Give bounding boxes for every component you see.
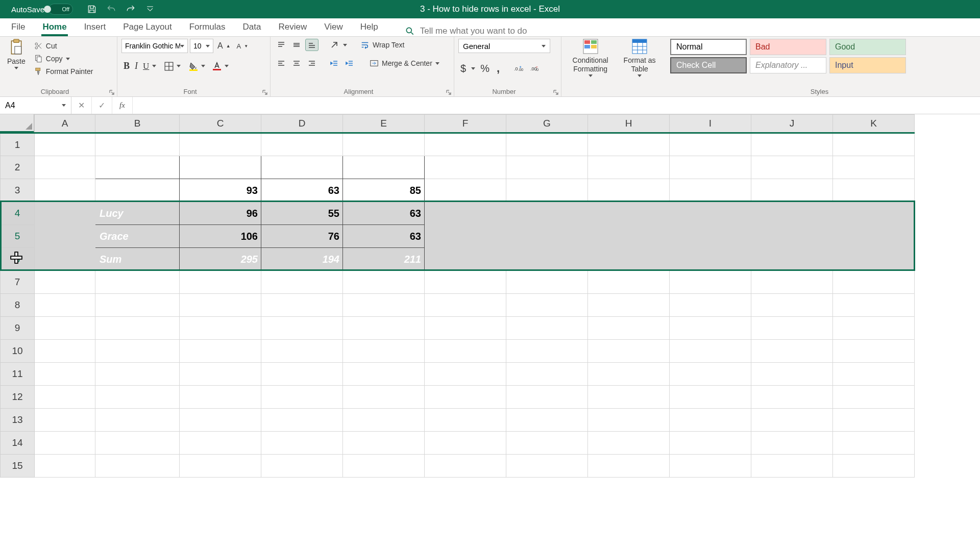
cell-style-good[interactable]: Good (829, 39, 906, 55)
cell[interactable]: 55 (261, 202, 343, 225)
cell[interactable] (670, 363, 751, 386)
align-middle-icon[interactable] (290, 39, 303, 51)
row-header[interactable]: 9 (1, 317, 35, 340)
row-header[interactable]: 1 (1, 133, 35, 156)
cell[interactable] (95, 133, 180, 156)
cell[interactable] (343, 133, 425, 156)
cell[interactable] (425, 317, 506, 340)
spreadsheet-grid[interactable]: ABCDEFGHIJK12JanuaryFebruaryMarch3John93… (0, 114, 980, 478)
enter-formula-icon[interactable]: ✓ (92, 97, 112, 114)
cell[interactable] (95, 294, 180, 317)
cell[interactable] (506, 340, 588, 363)
cell[interactable] (261, 317, 343, 340)
orientation-icon[interactable] (328, 39, 341, 51)
cell[interactable] (180, 432, 261, 455)
cell[interactable] (833, 455, 915, 478)
chevron-down-icon[interactable] (343, 44, 347, 46)
select-all-corner[interactable] (0, 114, 34, 133)
comma-format-icon[interactable]: , (495, 60, 502, 77)
cell[interactable] (180, 294, 261, 317)
decrease-indent-icon[interactable] (328, 57, 341, 69)
cell[interactable] (751, 432, 833, 455)
cell[interactable] (343, 455, 425, 478)
tell-me-search[interactable]: Tell me what you want to do (405, 26, 527, 36)
row-header[interactable]: 11 (1, 363, 35, 386)
cell[interactable] (180, 455, 261, 478)
cell[interactable] (506, 409, 588, 432)
cell[interactable] (343, 432, 425, 455)
dialog-launcher-icon[interactable] (109, 88, 115, 94)
cell[interactable] (751, 294, 833, 317)
cell[interactable]: 85 (343, 179, 425, 202)
column-header[interactable]: A (35, 115, 95, 133)
cell[interactable] (588, 317, 670, 340)
redo-icon[interactable] (125, 4, 136, 15)
column-header[interactable]: F (425, 115, 506, 133)
save-icon[interactable] (86, 4, 97, 15)
cell[interactable] (261, 363, 343, 386)
autosave-toggle[interactable]: AutoSave Off (11, 4, 73, 15)
column-header[interactable]: J (751, 115, 833, 133)
cell[interactable] (180, 340, 261, 363)
decrease-decimal-icon[interactable]: .00.0 (528, 62, 542, 74)
cell[interactable] (343, 409, 425, 432)
cell[interactable] (833, 432, 915, 455)
cell[interactable] (670, 409, 751, 432)
cell[interactable] (95, 386, 180, 409)
cell[interactable] (751, 317, 833, 340)
cell[interactable] (180, 363, 261, 386)
cell[interactable] (670, 271, 751, 294)
cell[interactable] (833, 133, 915, 156)
cell[interactable] (751, 133, 833, 156)
tab-review[interactable]: Review (277, 18, 308, 36)
cell[interactable] (833, 409, 915, 432)
column-header[interactable]: E (343, 115, 425, 133)
cell[interactable] (261, 409, 343, 432)
cut-button[interactable]: Cut (32, 40, 95, 52)
merge-center-button[interactable]: Merge & Center (368, 57, 442, 69)
format-as-table-button[interactable]: Format as Table (617, 38, 662, 77)
tab-page-layout[interactable]: Page Layout (122, 18, 173, 36)
chevron-down-icon[interactable] (471, 67, 475, 70)
cell[interactable] (95, 432, 180, 455)
chevron-down-icon[interactable] (152, 65, 156, 67)
cell[interactable] (425, 133, 506, 156)
cell[interactable] (833, 294, 915, 317)
cell[interactable]: 194 (261, 248, 343, 271)
cell[interactable] (506, 363, 588, 386)
cell[interactable] (35, 386, 95, 409)
cell[interactable]: March (343, 156, 425, 179)
cell[interactable] (670, 179, 751, 202)
cell[interactable] (670, 133, 751, 156)
cell[interactable] (343, 340, 425, 363)
cell[interactable] (670, 386, 751, 409)
cell[interactable] (670, 455, 751, 478)
cell-style-bad[interactable]: Bad (750, 39, 826, 55)
cell[interactable] (506, 202, 588, 225)
cell[interactable] (833, 317, 915, 340)
cell[interactable] (670, 156, 751, 179)
formula-input[interactable] (133, 97, 980, 114)
undo-icon[interactable] (106, 4, 117, 15)
chevron-down-icon[interactable] (225, 65, 229, 67)
cell[interactable] (506, 317, 588, 340)
cell[interactable] (751, 202, 833, 225)
cell[interactable] (588, 225, 670, 248)
cell[interactable]: Sum (95, 248, 180, 271)
cell[interactable] (343, 294, 425, 317)
cell[interactable]: 63 (343, 202, 425, 225)
paste-button[interactable]: Paste (4, 39, 29, 69)
increase-font-icon[interactable]: A▲ (215, 40, 233, 52)
cell[interactable] (261, 340, 343, 363)
cell[interactable]: 63 (261, 179, 343, 202)
cell[interactable] (343, 317, 425, 340)
cell[interactable] (35, 225, 95, 248)
insert-function-icon[interactable]: fx (112, 97, 133, 114)
cell[interactable] (425, 363, 506, 386)
tab-help[interactable]: Help (359, 18, 379, 36)
cell[interactable] (506, 294, 588, 317)
cell-style-explanatory[interactable]: Explanatory ... (750, 57, 826, 73)
conditional-formatting-button[interactable]: Conditional Formatting (566, 38, 615, 77)
cell[interactable] (833, 386, 915, 409)
cell[interactable] (833, 202, 915, 225)
